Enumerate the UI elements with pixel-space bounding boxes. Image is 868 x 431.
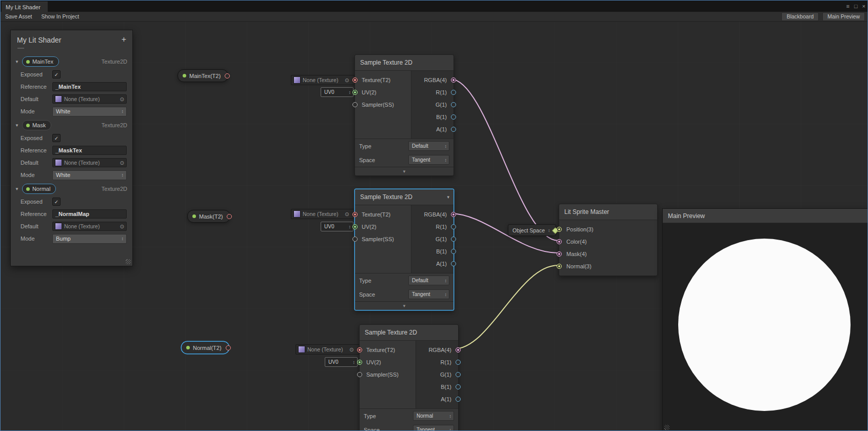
save-asset-button[interactable]: Save Asset	[1, 12, 37, 21]
output-port-a[interactable]	[451, 127, 456, 132]
uv-channel-dropdown[interactable]: UV0 ↕	[321, 222, 353, 231]
texture-output-port[interactable]	[225, 73, 230, 79]
default-object-field[interactable]: None (Texture)⊙	[52, 94, 127, 104]
object-picker-icon[interactable]: ⊙	[120, 160, 124, 166]
input-port-position[interactable]	[557, 227, 562, 232]
output-port-g[interactable]	[451, 237, 456, 242]
space-dropdown[interactable]: Tangent↕	[408, 289, 449, 299]
output-port-b[interactable]	[451, 114, 456, 120]
exposed-checkbox[interactable]: ✓	[52, 198, 61, 206]
input-port-color[interactable]	[557, 239, 562, 244]
wire-rgba-to-normal[interactable]	[454, 265, 558, 349]
texture-output-port[interactable]	[227, 214, 232, 219]
property-node-maintex[interactable]: MainTex(T2)	[177, 69, 228, 82]
default-object-field[interactable]: None (Texture)⊙	[52, 222, 127, 231]
property-pill[interactable]: MainTex	[22, 56, 59, 67]
input-port-uv[interactable]	[352, 224, 358, 229]
type-dropdown[interactable]: Default↕	[408, 141, 449, 151]
property-pill[interactable]: Mask	[22, 120, 51, 130]
input-port-texture[interactable]	[352, 77, 358, 83]
foldout-icon[interactable]: ▼	[15, 187, 19, 191]
window-maximize-icon[interactable]: □	[854, 3, 858, 9]
foldout-icon[interactable]: ▼	[15, 123, 19, 128]
header-chevron-icon[interactable]: ▾	[447, 194, 449, 200]
default-object-field[interactable]: None (Texture)⊙	[52, 158, 127, 167]
titlebar[interactable]: My Lit Shader ≡ □ ×	[1, 1, 867, 12]
object-picker-icon[interactable]: ⊙	[345, 211, 349, 217]
type-dropdown[interactable]: Normal↕	[413, 411, 454, 421]
foldout-icon[interactable]: ▼	[15, 60, 19, 64]
input-label: Texture(T2)	[366, 347, 395, 353]
input-port-sampler[interactable]	[357, 372, 362, 377]
output-port-rgba[interactable]	[451, 77, 456, 83]
add-property-button[interactable]: +	[122, 35, 126, 44]
window-menu-icon[interactable]: ≡	[846, 3, 849, 9]
object-picker-icon[interactable]: ⊙	[345, 77, 349, 83]
mode-dropdown[interactable]: White↕	[52, 107, 127, 116]
preview-collapse-button[interactable]: ▼	[355, 167, 453, 175]
type-dropdown[interactable]: Default↕	[408, 276, 449, 285]
output-port-g[interactable]	[451, 102, 456, 107]
preview-resize-handle[interactable]	[664, 425, 669, 430]
graph-canvas[interactable]: MainTex(T2) Mask(T2) Normal(T2) None (Te…	[1, 1, 867, 430]
blackboard-resize-handle[interactable]	[126, 259, 131, 264]
output-port-r[interactable]	[451, 224, 456, 229]
node-header[interactable]: Sample Texture 2D	[360, 325, 458, 341]
object-space-node[interactable]: Object Space ↕	[508, 224, 556, 236]
input-port-uv[interactable]	[352, 90, 358, 95]
mode-dropdown[interactable]: White↕	[52, 170, 127, 180]
input-port-mask[interactable]	[557, 251, 562, 257]
input-port-texture[interactable]	[352, 212, 358, 217]
node-header[interactable]: Sample Texture 2D	[355, 55, 453, 71]
preview-collapse-button[interactable]: ▼	[355, 301, 453, 310]
mode-dropdown[interactable]: Bump↕	[52, 234, 127, 244]
output-port-rgba[interactable]	[451, 212, 456, 217]
input-port-texture[interactable]	[357, 347, 362, 352]
node-title: Lit Sprite Master	[564, 208, 609, 215]
output-port-b[interactable]	[451, 249, 456, 254]
uv-channel-dropdown[interactable]: UV0 ↕	[321, 87, 353, 97]
object-picker-icon[interactable]: ⊙	[120, 96, 124, 102]
input-port-normal[interactable]	[557, 264, 562, 269]
show-in-project-button[interactable]: Show In Project	[37, 12, 84, 21]
exposed-checkbox[interactable]: ✓	[52, 134, 61, 142]
output-port-b[interactable]	[456, 384, 461, 389]
node-header[interactable]: Lit Sprite Master	[559, 204, 657, 220]
object-picker-icon[interactable]: ⊙	[349, 347, 353, 352]
output-port-rgba[interactable]	[456, 347, 461, 352]
property-node-normal[interactable]: Normal(T2)	[181, 341, 229, 354]
node-header[interactable]: Sample Texture 2D ▾	[355, 189, 453, 205]
object-picker-icon[interactable]: ⊙	[120, 224, 124, 229]
sample-texture-2d-node-3[interactable]: Sample Texture 2D Texture(T2) UV(2) Samp…	[359, 324, 459, 431]
input-port-sampler[interactable]	[352, 102, 358, 107]
input-port-sampler[interactable]	[352, 237, 358, 242]
sample-texture-2d-node-2[interactable]: Sample Texture 2D ▾ Texture(T2) UV(2) Sa…	[354, 189, 454, 310]
output-port-a[interactable]	[456, 397, 461, 402]
property-node-mask[interactable]: Mask(T2)	[187, 210, 230, 223]
output-port-r[interactable]	[451, 90, 456, 95]
sample-texture-2d-node-1[interactable]: Sample Texture 2D Texture(T2) UV(2) Samp…	[354, 54, 454, 176]
window-tab[interactable]: My Lit Shader	[2, 2, 48, 12]
texture-object-field[interactable]: None (Texture) ⊙	[291, 75, 359, 85]
space-dropdown[interactable]: Tangent↕	[413, 425, 454, 431]
main-preview-header[interactable]: Main Preview	[663, 209, 868, 223]
input-port-uv[interactable]	[357, 360, 362, 365]
lit-sprite-master-node[interactable]: Lit Sprite Master Position(3) Color(4) M…	[559, 204, 658, 276]
output-port-g[interactable]	[456, 372, 461, 377]
window-close-icon[interactable]: ×	[862, 3, 865, 9]
blackboard-toggle-button[interactable]: Blackboard	[781, 12, 819, 21]
property-pill[interactable]: Normal	[22, 184, 56, 194]
uv-channel-dropdown[interactable]: UV0 ↕	[325, 357, 358, 367]
main-preview-toggle-button[interactable]: Main Preview	[822, 12, 865, 21]
texture-object-field[interactable]: None (Texture) ⊙	[295, 344, 363, 355]
blackboard-header[interactable]: My Lit Shader +	[11, 30, 132, 55]
texture-output-port[interactable]	[226, 345, 231, 350]
texture-object-field[interactable]: None (Texture) ⊙	[291, 209, 359, 219]
space-dropdown[interactable]: Tangent↕	[408, 155, 449, 165]
reference-field[interactable]: _MainTex	[52, 82, 127, 91]
output-port-r[interactable]	[456, 360, 461, 365]
exposed-checkbox[interactable]: ✓	[52, 70, 61, 79]
reference-field[interactable]: _NormalMap	[52, 209, 127, 219]
reference-field[interactable]: _MaskTex	[52, 146, 127, 155]
output-port-a[interactable]	[451, 261, 456, 266]
